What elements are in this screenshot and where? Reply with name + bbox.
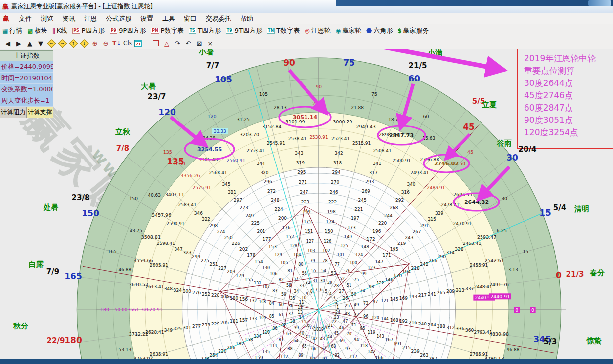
calendar-button[interactable]: 21 (133, 39, 143, 48)
svg-text:11: 11 (299, 300, 304, 305)
diamond-up-icon: ↑ (69, 39, 78, 48)
toolbar-button-T数字表[interactable]: TNT数字表 (264, 25, 302, 37)
toolbar-button-江恩轮[interactable]: ◎江恩轮 (302, 25, 333, 37)
menu-item-设置[interactable]: 设置 (136, 14, 158, 23)
cls-button[interactable]: Cls (123, 39, 132, 48)
svg-text:18.75: 18.75 (388, 117, 401, 122)
pan-down-button[interactable]: ↓ (79, 39, 89, 48)
draw-square-button[interactable] (151, 39, 161, 48)
svg-text:12: 12 (298, 305, 303, 310)
scale-button[interactable]: × (205, 39, 215, 48)
nav-up-button[interactable]: ▲ (25, 39, 35, 48)
rotate-ccw-button[interactable]: ↶ (183, 39, 193, 48)
svg-text:57: 57 (293, 277, 298, 281)
t-down-button[interactable]: T↓ (112, 39, 122, 48)
svg-text:64: 64 (293, 339, 298, 343)
svg-text:196: 196 (372, 229, 381, 234)
svg-text:240: 240 (418, 322, 427, 326)
menu-logo-icon: 赢 (3, 14, 9, 23)
pan-left-button[interactable]: ← (46, 39, 56, 48)
toolbar-button-赢家服务[interactable]: $赢家服务 (395, 25, 431, 37)
svg-text:51: 51 (347, 283, 351, 288)
svg-text:109: 109 (259, 316, 266, 320)
menu-item-帮助[interactable]: 帮助 (236, 14, 258, 23)
menu-item-资讯[interactable]: 资讯 (58, 14, 80, 23)
svg-text:39: 39 (294, 326, 299, 330)
svg-text:217: 217 (418, 293, 427, 298)
menu-item-浏览[interactable]: 浏览 (36, 14, 58, 23)
svg-text:322: 322 (202, 217, 210, 222)
rotate-cw-button[interactable]: ↷ (173, 39, 182, 48)
svg-text:220: 220 (378, 221, 387, 226)
svg-text:44: 44 (327, 335, 332, 339)
svg-text:119: 119 (368, 330, 375, 335)
svg-text:17: 17 (309, 326, 314, 330)
svg-text:3305.40: 3305.40 (199, 157, 218, 162)
arrow-glyph: → (61, 41, 64, 45)
p-table-icon: PN (151, 28, 159, 34)
dashed-box-icon (218, 41, 224, 46)
toolbar-button-六角形[interactable]: 六角形 (364, 25, 395, 37)
nav-down-button[interactable]: ▼ (36, 39, 45, 48)
svg-text:2593.47: 2593.47 (477, 234, 496, 240)
delete-box-button[interactable]: ⊠ (194, 39, 204, 48)
svg-text:341: 341 (373, 161, 381, 166)
zoom-in-button[interactable]: ⊕ (90, 39, 100, 48)
dollar-icon: $ (397, 27, 401, 34)
calc-resistance-button[interactable]: 计算阻力 (0, 107, 27, 118)
arrow-glyph: ← (50, 41, 53, 45)
menu-item-交易委托[interactable]: 交易委托 (201, 14, 236, 23)
calc-support-button[interactable]: 计算支撑 (27, 107, 53, 118)
toolbar-button-赢家轮[interactable]: ◉赢家轮 (333, 25, 364, 37)
toolbar-label: P四方形 (82, 26, 105, 35)
svg-text:345: 345 (222, 182, 230, 187)
menu-item-文件[interactable]: 文件 (14, 14, 36, 23)
svg-text:3000.29: 3000.29 (333, 119, 352, 124)
toolbar-button-9T四方形[interactable]: T99T四方形 (223, 25, 264, 37)
svg-text:25: 25 (345, 304, 350, 308)
nav-left-button[interactable]: ◀ (3, 39, 13, 48)
menu-item-工具[interactable]: 工具 (158, 14, 179, 23)
toolbar-button-P数字表[interactable]: PNP数字表 (148, 25, 186, 37)
svg-text:277: 277 (192, 324, 201, 329)
svg-text:40: 40 (299, 331, 304, 336)
info-row: 变换系数=1.00000 (0, 84, 53, 95)
svg-text:28: 28 (334, 284, 339, 288)
svg-text:3356.26: 3356.26 (180, 173, 200, 178)
menu-item-公式选股[interactable]: 公式选股 (101, 14, 136, 23)
draw-triangle-button[interactable]: △ (162, 39, 172, 48)
info-panel: 上证指数 价格=2440.9099时间=20190104变换系数=1.00000… (0, 50, 53, 118)
nav-right-button[interactable]: ▶ (14, 39, 24, 48)
svg-text:345: 345 (533, 334, 551, 344)
svg-text:338: 338 (455, 247, 463, 252)
select-region-button[interactable] (216, 39, 226, 48)
svg-text:315: 315 (428, 217, 436, 222)
toolbar-button-行情[interactable]: ▦行情 (0, 25, 25, 37)
toolbar-button-板块[interactable]: ▩板块 (25, 25, 49, 37)
svg-text:197: 197 (351, 216, 359, 221)
toolbar-button-K线[interactable]: ∥K线 (50, 25, 70, 37)
svg-text:95: 95 (360, 326, 365, 331)
pan-right-button[interactable]: → (57, 39, 67, 48)
svg-text:153: 153 (268, 244, 277, 249)
toolbar-button-P四方形[interactable]: PSP四方形 (70, 25, 107, 37)
svg-text:29: 29 (327, 281, 332, 285)
svg-text:222: 222 (328, 200, 337, 204)
svg-text:101: 101 (337, 253, 344, 257)
menu-item-窗口[interactable]: 窗口 (179, 14, 201, 23)
window-controls-area[interactable] (588, 0, 611, 6)
svg-text:143: 143 (377, 334, 384, 339)
toolbar-button-T四方形[interactable]: TST四方形 (186, 25, 223, 37)
svg-text:3712.22: 3712.22 (129, 331, 148, 337)
svg-text:151: 151 (305, 229, 313, 234)
svg-text:245: 245 (358, 198, 367, 202)
svg-text:13: 13 (298, 310, 303, 315)
menu-item-江恩[interactable]: 江恩 (80, 14, 101, 23)
pan-up-button[interactable]: ↑ (68, 39, 78, 48)
svg-text:340: 340 (407, 182, 415, 187)
zoom-out-button[interactable]: ⊖ (101, 39, 111, 48)
svg-text:336: 336 (456, 326, 464, 331)
toolbar-button-9P四方形[interactable]: P99P四方形 (107, 25, 149, 37)
svg-text:181: 181 (230, 319, 238, 324)
svg-text:320: 320 (260, 170, 268, 175)
